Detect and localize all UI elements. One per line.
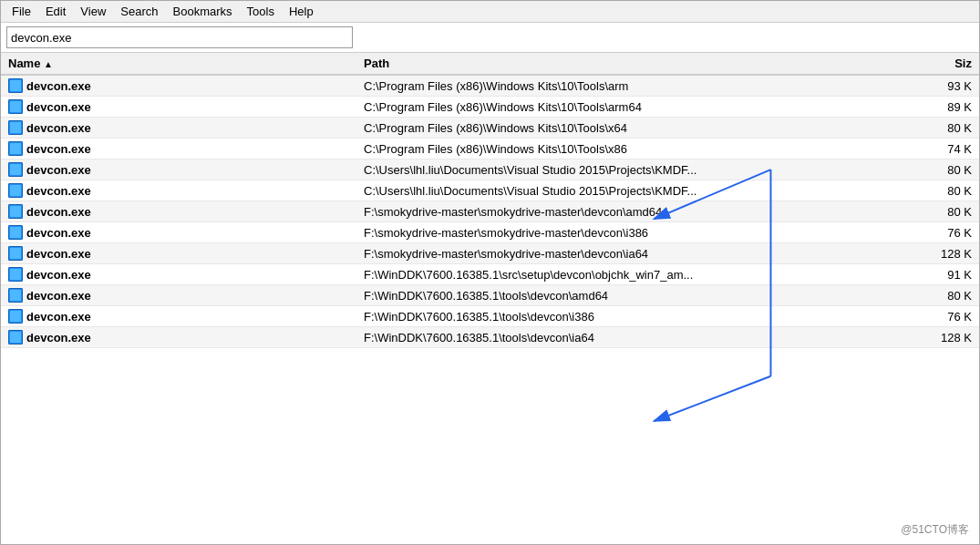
column-path[interactable]: Path (356, 53, 906, 75)
table-row[interactable]: devcon.exeF:\smokydrive-master\smokydriv… (1, 243, 979, 264)
file-name: devcon.exe (26, 226, 91, 240)
file-name: devcon.exe (26, 268, 91, 282)
cell-name: devcon.exe (1, 222, 356, 243)
cell-size: 91 K (906, 264, 979, 285)
file-name: devcon.exe (26, 163, 91, 177)
cell-name: devcon.exe (1, 285, 356, 306)
cell-size: 128 K (906, 327, 979, 348)
table-row[interactable]: devcon.exeC:\Program Files (x86)\Windows… (1, 97, 979, 118)
cell-name: devcon.exe (1, 243, 356, 264)
table-row[interactable]: devcon.exeC:\Users\lhl.liu\Documents\Vis… (1, 180, 979, 201)
menu-tools[interactable]: Tools (240, 3, 282, 20)
file-icon (8, 204, 23, 219)
table-row[interactable]: devcon.exeF:\WinDDK\7600.16385.1\tools\d… (1, 306, 979, 327)
file-name: devcon.exe (26, 331, 91, 344)
table-row[interactable]: devcon.exeC:\Program Files (x86)\Windows… (1, 139, 979, 159)
table-header-row: Name Path Siz (1, 53, 979, 75)
file-name: devcon.exe (26, 289, 91, 303)
file-name: devcon.exe (26, 205, 91, 219)
cell-path: C:\Program Files (x86)\Windows Kits\10\T… (356, 139, 906, 159)
table-row[interactable]: devcon.exeC:\Program Files (x86)\Windows… (1, 118, 979, 139)
file-icon (8, 309, 23, 324)
file-icon (8, 246, 23, 261)
table-row[interactable]: devcon.exeF:\smokydrive-master\smokydriv… (1, 222, 979, 243)
menu-edit[interactable]: Edit (38, 3, 73, 20)
column-name[interactable]: Name (1, 53, 356, 75)
cell-name: devcon.exe (1, 118, 356, 139)
cell-name: devcon.exe (1, 327, 356, 348)
cell-size: 93 K (906, 75, 979, 97)
file-icon (8, 267, 23, 282)
cell-size: 80 K (906, 201, 979, 222)
file-icon (8, 78, 23, 93)
cell-size: 80 K (906, 285, 979, 306)
cell-name: devcon.exe (1, 180, 356, 201)
cell-name: devcon.exe (1, 159, 356, 180)
cell-size: 80 K (906, 180, 979, 201)
cell-name: devcon.exe (1, 306, 356, 327)
cell-name: devcon.exe (1, 264, 356, 285)
menu-bar: File Edit View Search Bookmarks Tools He… (1, 1, 979, 23)
cell-name: devcon.exe (1, 97, 356, 118)
menu-file[interactable]: File (5, 3, 38, 20)
file-icon (8, 183, 23, 198)
file-icon (8, 162, 23, 177)
column-size[interactable]: Siz (906, 53, 979, 75)
table-row[interactable]: devcon.exeC:\Users\lhl.liu\Documents\Vis… (1, 159, 979, 180)
table-row[interactable]: devcon.exeC:\Program Files (x86)\Windows… (1, 75, 979, 97)
cell-path: C:\Program Files (x86)\Windows Kits\10\T… (356, 97, 906, 118)
table-row[interactable]: devcon.exeF:\WinDDK\7600.16385.1\src\set… (1, 264, 979, 285)
cell-size: 89 K (906, 97, 979, 118)
file-name: devcon.exe (26, 184, 91, 198)
cell-size: 74 K (906, 139, 979, 159)
cell-size: 76 K (906, 222, 979, 243)
cell-path: F:\smokydrive-master\smokydrive-master\d… (356, 243, 906, 264)
file-icon (8, 225, 23, 240)
file-name: devcon.exe (26, 121, 91, 135)
cell-name: devcon.exe (1, 75, 356, 97)
cell-path: F:\smokydrive-master\smokydrive-master\d… (356, 201, 906, 222)
search-bar (1, 23, 979, 53)
cell-path: F:\WinDDK\7600.16385.1\tools\devcon\amd6… (356, 285, 906, 306)
results-table: Name Path Siz devcon.exeC:\Program Files… (1, 53, 979, 348)
menu-bookmarks[interactable]: Bookmarks (166, 3, 240, 20)
file-icon (8, 330, 23, 344)
cell-name: devcon.exe (1, 139, 356, 159)
menu-help[interactable]: Help (282, 3, 321, 20)
cell-path: C:\Program Files (x86)\Windows Kits\10\T… (356, 75, 906, 97)
file-name: devcon.exe (26, 100, 91, 114)
file-name: devcon.exe (26, 247, 91, 261)
cell-path: C:\Users\lhl.liu\Documents\Visual Studio… (356, 159, 906, 180)
cell-size: 128 K (906, 243, 979, 264)
file-name: devcon.exe (26, 310, 91, 324)
cell-path: C:\Users\lhl.liu\Documents\Visual Studio… (356, 180, 906, 201)
table-row[interactable]: devcon.exeF:\WinDDK\7600.16385.1\tools\d… (1, 327, 979, 348)
cell-path: F:\smokydrive-master\smokydrive-master\d… (356, 222, 906, 243)
menu-view[interactable]: View (73, 3, 113, 20)
file-name: devcon.exe (26, 79, 91, 93)
cell-path: F:\WinDDK\7600.16385.1\tools\devcon\i386 (356, 306, 906, 327)
file-icon (8, 288, 23, 303)
cell-size: 80 K (906, 118, 979, 139)
cell-path: F:\WinDDK\7600.16385.1\src\setup\devcon\… (356, 264, 906, 285)
cell-path: C:\Program Files (x86)\Windows Kits\10\T… (356, 118, 906, 139)
table-row[interactable]: devcon.exeF:\WinDDK\7600.16385.1\tools\d… (1, 285, 979, 306)
file-icon (8, 141, 23, 156)
menu-search[interactable]: Search (113, 3, 165, 20)
file-icon (8, 99, 23, 114)
search-input[interactable] (6, 26, 353, 48)
table-row[interactable]: devcon.exeF:\smokydrive-master\smokydriv… (1, 201, 979, 222)
file-icon (8, 120, 23, 135)
cell-name: devcon.exe (1, 201, 356, 222)
svg-line-3 (654, 376, 770, 421)
cell-size: 80 K (906, 159, 979, 180)
cell-path: F:\WinDDK\7600.16385.1\tools\devcon\ia64 (356, 327, 906, 348)
table-container: Name Path Siz devcon.exeC:\Program Files… (1, 53, 979, 545)
file-name: devcon.exe (26, 142, 91, 156)
cell-size: 76 K (906, 306, 979, 327)
